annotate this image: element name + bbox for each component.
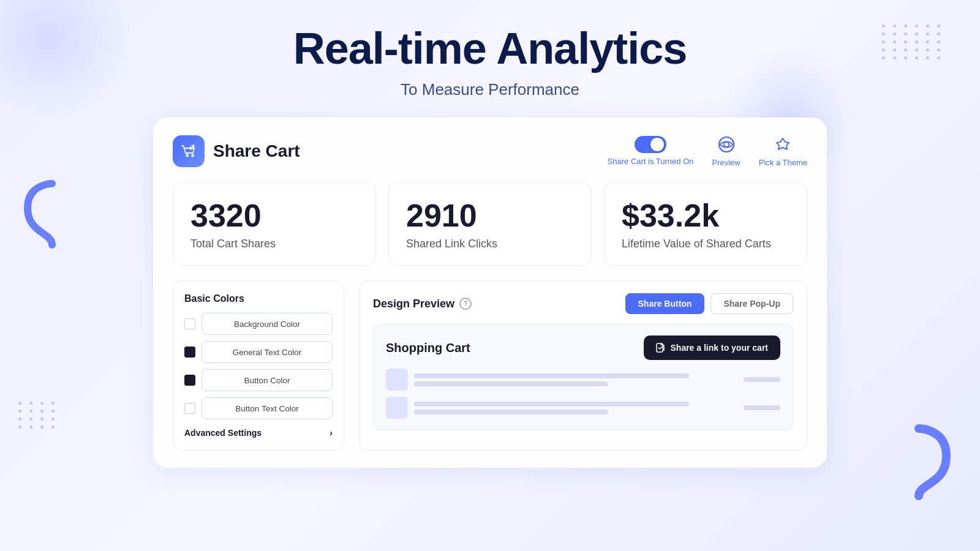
color-row-general-text: General Text Color [184,341,333,363]
item-lines-2 [414,402,737,414]
brand-section: Share Cart [173,135,300,167]
advanced-settings-link[interactable]: Advanced Settings › [184,428,333,438]
theme-action[interactable]: Pick a Theme [759,135,807,167]
background-color-button[interactable]: Background Color [202,313,333,335]
share-cart-icon [179,142,198,160]
preview-label: Preview [712,158,741,167]
item-thumbnail-2 [386,397,408,419]
button-color-checkbox[interactable] [184,375,195,386]
toggle-label: Share Cart is Turned On [608,157,694,166]
preview-title-text: Design Preview [373,298,454,310]
brand-name: Share Cart [213,141,300,161]
colors-section: Basic Colors Background Color General Te… [173,280,344,451]
shopping-cart-row: Shopping Cart Share a link to your cart [386,335,780,360]
shopping-cart-label: Shopping Cart [386,341,470,355]
share-link-button[interactable]: Share a link to your cart [644,335,781,360]
preview-content: Shopping Cart Share a link to your cart [373,324,793,430]
stat-number-value: $33.2k [622,200,790,231]
design-preview: Design Preview ? Share Button Share Pop-… [359,280,807,451]
stat-number-clicks: 2910 [406,200,574,231]
page-title: Real-time Analytics [293,24,687,73]
preview-tabs: Share Button Share Pop-Up [625,293,793,314]
theme-icon [773,135,793,154]
preview-action[interactable]: Preview [712,135,741,167]
share-link-label: Share a link to your cart [671,343,769,353]
help-icon[interactable]: ? [459,298,472,310]
preview-item-2 [386,397,780,419]
color-row-button-text: Button Text Color [184,397,333,419]
item-lines-1 [414,373,737,386]
general-text-color-button[interactable]: General Text Color [202,341,333,363]
button-text-color-button[interactable]: Button Text Color [202,397,333,419]
preview-items [386,369,780,419]
item-thumbnail-1 [386,369,408,391]
page-subtitle: To Measure Performance [401,80,579,99]
tab-share-button[interactable]: Share Button [625,293,705,314]
item-price-1 [744,377,780,382]
tab-share-popup[interactable]: Share Pop-Up [710,293,793,314]
item-line-short-2 [414,410,608,414]
stats-row: 3320 Total Cart Shares 2910 Shared Link … [173,182,807,266]
item-line-short-1 [414,381,608,386]
item-price-2 [744,405,780,410]
toggle-group[interactable]: Share Cart is Turned On [608,136,694,166]
advanced-settings-label: Advanced Settings [184,428,262,438]
preview-item-1 [386,369,780,391]
preview-title-group: Design Preview ? [373,298,472,310]
color-row-button: Button Color [184,369,333,391]
card-header: Share Cart Share Cart is Turned On [173,135,807,167]
button-color-button[interactable]: Button Color [202,369,333,391]
share-cart-toggle[interactable] [635,136,666,153]
stat-label-shares: Total Cart Shares [190,238,358,250]
stat-label-clicks: Shared Link Clicks [406,238,574,250]
item-line-long-1 [414,373,689,378]
share-link-icon [656,343,666,353]
stat-card-clicks: 2910 Shared Link Clicks [388,182,592,266]
stat-label-value: Lifetime Value of Shared Carts [622,238,790,250]
page-content: Real-time Analytics To Measure Performan… [0,0,980,468]
chevron-right-icon: › [330,428,333,438]
eye-icon [717,135,736,154]
general-text-color-checkbox[interactable] [184,347,195,358]
header-actions: Share Cart is Turned On Preview [608,135,807,167]
theme-label: Pick a Theme [759,158,807,167]
bottom-row: Basic Colors Background Color General Te… [173,280,807,451]
stat-card-value: $33.2k Lifetime Value of Shared Carts [604,182,807,266]
preview-header: Design Preview ? Share Button Share Pop-… [373,293,793,314]
stat-card-shares: 3320 Total Cart Shares [173,182,376,266]
background-color-checkbox[interactable] [184,318,195,329]
colors-section-title: Basic Colors [184,293,333,304]
item-line-long-2 [414,402,689,407]
stat-number-shares: 3320 [190,200,358,231]
brand-icon [173,135,205,167]
main-card: Share Cart Share Cart is Turned On [153,118,827,468]
svg-point-4 [725,143,728,146]
color-row-background: Background Color [184,313,333,335]
button-text-color-checkbox[interactable] [184,403,195,414]
